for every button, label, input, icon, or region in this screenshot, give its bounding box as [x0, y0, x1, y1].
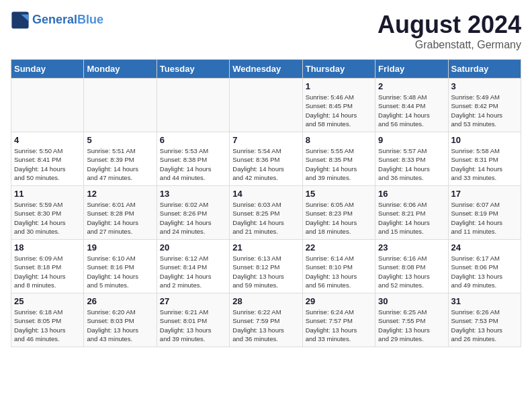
day-info: Sunrise: 5:53 AM Sunset: 8:38 PM Dayligh…: [160, 146, 226, 182]
header: GeneralBlue August 2024 Grabenstatt, Ger…: [11, 11, 521, 51]
logo-line1: General: [32, 13, 77, 26]
day-number: 4: [14, 135, 81, 145]
day-number: 28: [232, 296, 299, 306]
weekday-header-saturday: Saturday: [448, 60, 521, 79]
calendar-cell: 24Sunrise: 6:17 AM Sunset: 8:06 PM Dayli…: [448, 240, 521, 293]
day-info: Sunrise: 6:12 AM Sunset: 8:14 PM Dayligh…: [160, 254, 226, 289]
weekday-header-thursday: Thursday: [302, 60, 375, 79]
calendar-week-4: 18Sunrise: 6:09 AM Sunset: 8:18 PM Dayli…: [11, 240, 521, 293]
day-info: Sunrise: 5:46 AM Sunset: 8:45 PM Dayligh…: [306, 93, 372, 128]
calendar-cell: 20Sunrise: 6:12 AM Sunset: 8:14 PM Dayli…: [157, 240, 229, 293]
logo-text: GeneralBlue: [32, 13, 103, 27]
day-number: 10: [451, 135, 518, 145]
day-info: Sunrise: 6:24 AM Sunset: 7:57 PM Dayligh…: [306, 308, 372, 343]
day-info: Sunrise: 6:07 AM Sunset: 8:19 PM Dayligh…: [451, 200, 518, 236]
calendar-week-5: 25Sunrise: 6:18 AM Sunset: 8:05 PM Dayli…: [11, 293, 521, 347]
calendar-cell: 4Sunrise: 5:50 AM Sunset: 8:41 PM Daylig…: [11, 132, 84, 186]
day-info: Sunrise: 5:51 AM Sunset: 8:39 PM Dayligh…: [87, 146, 153, 182]
day-number: 1: [306, 81, 372, 91]
day-info: Sunrise: 6:02 AM Sunset: 8:26 PM Dayligh…: [160, 200, 226, 236]
day-info: Sunrise: 6:03 AM Sunset: 8:25 PM Dayligh…: [232, 200, 299, 236]
calendar-cell: 8Sunrise: 5:55 AM Sunset: 8:35 PM Daylig…: [302, 132, 375, 186]
calendar-cell: 21Sunrise: 6:13 AM Sunset: 8:12 PM Dayli…: [230, 240, 302, 293]
logo-line2: Blue: [77, 13, 103, 26]
day-number: 2: [378, 81, 445, 91]
day-info: Sunrise: 5:54 AM Sunset: 8:36 PM Dayligh…: [232, 146, 299, 182]
calendar-cell: 26Sunrise: 6:20 AM Sunset: 8:03 PM Dayli…: [84, 293, 157, 347]
day-number: 11: [14, 189, 81, 199]
calendar-week-3: 11Sunrise: 5:59 AM Sunset: 8:30 PM Dayli…: [11, 186, 521, 240]
page-subtitle: Grabenstatt, Germany: [378, 39, 521, 51]
weekday-header-wednesday: Wednesday: [230, 60, 302, 79]
day-number: 9: [378, 135, 445, 145]
calendar-week-2: 4Sunrise: 5:50 AM Sunset: 8:41 PM Daylig…: [11, 132, 521, 186]
calendar-cell: 16Sunrise: 6:06 AM Sunset: 8:21 PM Dayli…: [375, 186, 448, 240]
calendar-cell: 11Sunrise: 5:59 AM Sunset: 8:30 PM Dayli…: [11, 186, 84, 240]
calendar-cell: 22Sunrise: 6:14 AM Sunset: 8:10 PM Dayli…: [302, 240, 375, 293]
weekday-header-sunday: Sunday: [11, 60, 84, 79]
weekday-header-tuesday: Tuesday: [157, 60, 229, 79]
calendar-cell: 14Sunrise: 6:03 AM Sunset: 8:25 PM Dayli…: [230, 186, 302, 240]
day-info: Sunrise: 6:18 AM Sunset: 8:05 PM Dayligh…: [14, 308, 81, 343]
day-info: Sunrise: 6:05 AM Sunset: 8:23 PM Dayligh…: [306, 200, 372, 236]
calendar-cell: 5Sunrise: 5:51 AM Sunset: 8:39 PM Daylig…: [84, 132, 157, 186]
day-info: Sunrise: 6:26 AM Sunset: 7:53 PM Dayligh…: [451, 308, 518, 343]
calendar-table: SundayMondayTuesdayWednesdayThursdayFrid…: [11, 59, 521, 347]
calendar-cell: 18Sunrise: 6:09 AM Sunset: 8:18 PM Dayli…: [11, 240, 84, 293]
day-number: 14: [232, 189, 299, 199]
day-info: Sunrise: 6:01 AM Sunset: 8:28 PM Dayligh…: [87, 200, 153, 236]
day-number: 17: [451, 189, 518, 199]
calendar-cell: [157, 79, 229, 132]
calendar-cell: 19Sunrise: 6:10 AM Sunset: 8:16 PM Dayli…: [84, 240, 157, 293]
day-number: 25: [14, 296, 81, 306]
calendar-cell: 25Sunrise: 6:18 AM Sunset: 8:05 PM Dayli…: [11, 293, 84, 347]
calendar-cell: 31Sunrise: 6:26 AM Sunset: 7:53 PM Dayli…: [448, 293, 521, 347]
calendar-cell: 6Sunrise: 5:53 AM Sunset: 8:38 PM Daylig…: [157, 132, 229, 186]
day-info: Sunrise: 5:55 AM Sunset: 8:35 PM Dayligh…: [306, 146, 372, 182]
calendar-cell: 29Sunrise: 6:24 AM Sunset: 7:57 PM Dayli…: [302, 293, 375, 347]
day-info: Sunrise: 6:14 AM Sunset: 8:10 PM Dayligh…: [306, 254, 372, 289]
day-info: Sunrise: 6:22 AM Sunset: 7:59 PM Dayligh…: [232, 308, 299, 343]
logo: GeneralBlue: [11, 11, 103, 30]
logo-icon: [11, 11, 30, 30]
calendar-cell: 28Sunrise: 6:22 AM Sunset: 7:59 PM Dayli…: [230, 293, 302, 347]
calendar-cell: 17Sunrise: 6:07 AM Sunset: 8:19 PM Dayli…: [448, 186, 521, 240]
day-number: 12: [87, 189, 153, 199]
day-info: Sunrise: 6:25 AM Sunset: 7:55 PM Dayligh…: [378, 308, 445, 343]
calendar-body: 1Sunrise: 5:46 AM Sunset: 8:45 PM Daylig…: [11, 79, 521, 347]
calendar-cell: 10Sunrise: 5:58 AM Sunset: 8:31 PM Dayli…: [448, 132, 521, 186]
title-area: August 2024 Grabenstatt, Germany: [378, 11, 521, 51]
day-info: Sunrise: 5:50 AM Sunset: 8:41 PM Dayligh…: [14, 146, 81, 182]
calendar-cell: 15Sunrise: 6:05 AM Sunset: 8:23 PM Dayli…: [302, 186, 375, 240]
day-number: 20: [160, 242, 226, 253]
day-info: Sunrise: 5:49 AM Sunset: 8:42 PM Dayligh…: [451, 93, 518, 128]
day-number: 19: [87, 242, 153, 253]
day-number: 15: [306, 189, 372, 199]
day-number: 13: [160, 189, 226, 199]
day-number: 7: [232, 135, 299, 145]
day-info: Sunrise: 6:16 AM Sunset: 8:08 PM Dayligh…: [378, 254, 445, 289]
calendar-cell: [230, 79, 302, 132]
day-info: Sunrise: 5:57 AM Sunset: 8:33 PM Dayligh…: [378, 146, 445, 182]
day-number: 27: [160, 296, 226, 306]
day-number: 23: [378, 242, 445, 253]
calendar-week-1: 1Sunrise: 5:46 AM Sunset: 8:45 PM Daylig…: [11, 79, 521, 132]
day-info: Sunrise: 6:10 AM Sunset: 8:16 PM Dayligh…: [87, 254, 153, 289]
calendar-cell: [84, 79, 157, 132]
day-info: Sunrise: 6:06 AM Sunset: 8:21 PM Dayligh…: [378, 200, 445, 236]
calendar-cell: 27Sunrise: 6:21 AM Sunset: 8:01 PM Dayli…: [157, 293, 229, 347]
day-number: 18: [14, 242, 81, 253]
day-info: Sunrise: 6:13 AM Sunset: 8:12 PM Dayligh…: [232, 254, 299, 289]
day-info: Sunrise: 5:58 AM Sunset: 8:31 PM Dayligh…: [451, 146, 518, 182]
svg-rect-0: [11, 11, 28, 28]
day-info: Sunrise: 6:17 AM Sunset: 8:06 PM Dayligh…: [451, 254, 518, 289]
day-info: Sunrise: 5:48 AM Sunset: 8:44 PM Dayligh…: [378, 93, 445, 128]
day-number: 31: [451, 296, 518, 306]
day-number: 6: [160, 135, 226, 145]
day-number: 22: [306, 242, 372, 253]
calendar-cell: 3Sunrise: 5:49 AM Sunset: 8:42 PM Daylig…: [448, 79, 521, 132]
day-number: 30: [378, 296, 445, 306]
day-number: 16: [378, 189, 445, 199]
day-info: Sunrise: 6:20 AM Sunset: 8:03 PM Dayligh…: [87, 308, 153, 343]
calendar-cell: 1Sunrise: 5:46 AM Sunset: 8:45 PM Daylig…: [302, 79, 375, 132]
